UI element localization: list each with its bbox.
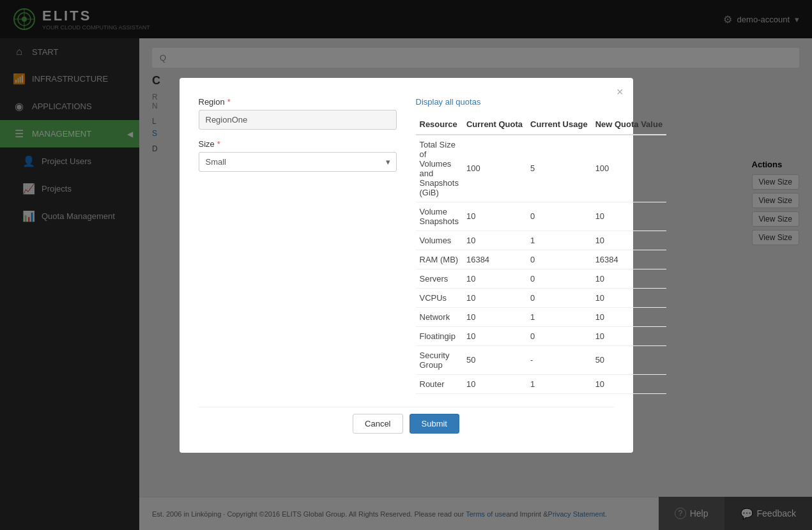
region-input[interactable] <box>199 110 397 130</box>
size-select[interactable]: Small Medium Large Custom <box>199 152 397 172</box>
quota-table: Resource Current Quota Current Usage New… <box>416 114 667 394</box>
table-row: Floatingip 10 0 10 <box>416 326 667 345</box>
current-quota-cell: 10 <box>463 202 526 231</box>
current-quota-cell: 10 <box>463 307 526 326</box>
current-usage-cell: 1 <box>526 307 592 326</box>
table-row: Security Group 50 - 50 <box>416 345 667 374</box>
resource-cell: Volume Snapshots <box>416 202 463 231</box>
table-row: RAM (MB) 16384 0 16384 <box>416 250 667 269</box>
current-usage-cell: 1 <box>526 374 592 393</box>
new-quota-cell: 16384 <box>592 250 666 269</box>
table-row: Total Size of Volumes and Snapshots (GiB… <box>416 135 667 202</box>
resource-cell: Servers <box>416 269 463 288</box>
current-usage-cell: 5 <box>526 135 592 202</box>
current-quota-cell: 16384 <box>463 250 526 269</box>
modal-body: Region * Size * Small Medium Large <box>199 97 614 394</box>
current-quota-cell: 100 <box>463 135 526 202</box>
table-row: Router 10 1 10 <box>416 374 667 393</box>
col-new-quota-value: New Quota Value <box>592 114 666 135</box>
current-usage-cell: 0 <box>526 288 592 307</box>
region-label: Region * <box>199 97 397 107</box>
table-row: Network 10 1 10 <box>416 307 667 326</box>
table-row: Volume Snapshots 10 0 10 <box>416 202 667 231</box>
current-quota-cell: 10 <box>463 269 526 288</box>
new-quota-cell: 10 <box>592 202 666 231</box>
resource-cell: Security Group <box>416 345 463 374</box>
modal-overlay: × Region * Size * <box>0 0 812 530</box>
current-usage-cell: 0 <box>526 250 592 269</box>
new-quota-cell: 10 <box>592 307 666 326</box>
modal-form: Region * Size * Small Medium Large <box>199 97 397 394</box>
resource-cell: Network <box>416 307 463 326</box>
resource-cell: Floatingip <box>416 326 463 345</box>
submit-button[interactable]: Submit <box>410 414 459 434</box>
size-required: * <box>217 139 220 149</box>
current-quota-cell: 10 <box>463 374 526 393</box>
resource-cell: Router <box>416 374 463 393</box>
current-usage-cell: - <box>526 345 592 374</box>
display-all-quotas-link[interactable]: Display all quotas <box>416 97 481 107</box>
table-row: Volumes 10 1 10 <box>416 231 667 250</box>
region-field-group: Region * <box>199 97 397 130</box>
current-quota-cell: 10 <box>463 326 526 345</box>
current-usage-cell: 1 <box>526 231 592 250</box>
cancel-button[interactable]: Cancel <box>353 414 402 434</box>
current-quota-cell: 10 <box>463 231 526 250</box>
new-quota-cell: 10 <box>592 288 666 307</box>
new-quota-cell: 10 <box>592 374 666 393</box>
resource-cell: RAM (MB) <box>416 250 463 269</box>
new-quota-cell: 100 <box>592 135 666 202</box>
col-current-usage: Current Usage <box>526 114 592 135</box>
table-row: VCPUs 10 0 10 <box>416 288 667 307</box>
table-row: Servers 10 0 10 <box>416 269 667 288</box>
current-usage-cell: 0 <box>526 269 592 288</box>
current-usage-cell: 0 <box>526 326 592 345</box>
new-quota-cell: 10 <box>592 231 666 250</box>
new-quota-cell: 10 <box>592 269 666 288</box>
size-label: Size * <box>199 139 397 149</box>
new-quota-cell: 10 <box>592 326 666 345</box>
region-required: * <box>227 97 231 107</box>
resource-cell: Volumes <box>416 231 463 250</box>
size-field-group: Size * Small Medium Large Custom ▾ <box>199 139 397 172</box>
modal-close-button[interactable]: × <box>617 86 624 99</box>
size-select-wrapper: Small Medium Large Custom ▾ <box>199 152 397 172</box>
current-usage-cell: 0 <box>526 202 592 231</box>
resource-cell: Total Size of Volumes and Snapshots (GiB… <box>416 135 463 202</box>
current-quota-cell: 10 <box>463 288 526 307</box>
resource-cell: VCPUs <box>416 288 463 307</box>
col-current-quota: Current Quota <box>463 114 526 135</box>
modal-quota-section: Display all quotas Resource Current Quot… <box>416 97 667 394</box>
modal-dialog: × Region * Size * <box>180 78 633 453</box>
col-resource: Resource <box>416 114 463 135</box>
new-quota-cell: 50 <box>592 345 666 374</box>
current-quota-cell: 50 <box>463 345 526 374</box>
modal-footer: Cancel Submit <box>199 407 614 434</box>
